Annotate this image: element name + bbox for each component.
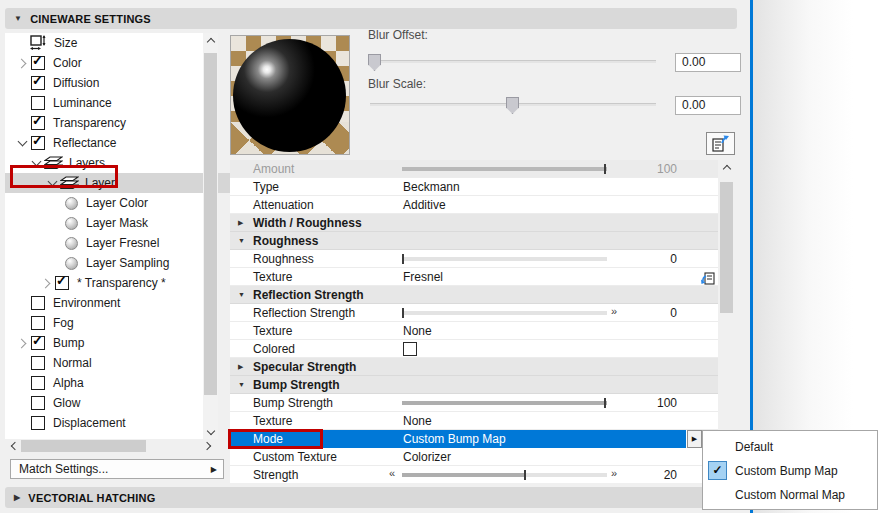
tree-item-label: Layer Mask	[86, 216, 148, 230]
group-specular-strength[interactable]: ▶ Specular Strength	[230, 358, 718, 376]
prop-value[interactable]: Custom Bump Map	[403, 432, 506, 446]
prop-value[interactable]: Beckmann	[403, 180, 460, 194]
group-collapsed-icon[interactable]: ▶	[238, 363, 243, 371]
prop-row-reflection-strength[interactable]: Reflection Strength » 0	[230, 304, 718, 322]
group-label: Roughness	[253, 234, 318, 248]
slider-extend-left-icon[interactable]: «	[389, 467, 393, 479]
prop-value[interactable]: Fresnel	[403, 270, 443, 284]
scroll-down-icon[interactable]	[203, 424, 218, 439]
amount-slider[interactable]	[402, 167, 607, 171]
group-expanded-icon[interactable]: ▼	[238, 381, 245, 388]
checkbox-unchecked-icon[interactable]	[31, 396, 45, 410]
prop-label: Texture	[253, 414, 292, 428]
checkbox-unchecked-icon[interactable]	[31, 356, 45, 370]
blur-offset-value-field[interactable]: 0.00	[675, 53, 741, 72]
group-roughness[interactable]: ▼ Roughness	[230, 232, 718, 250]
tree-item-normal[interactable]: Normal	[5, 353, 213, 373]
tree-item-fog[interactable]: Fog	[5, 313, 213, 333]
scroll-up-icon[interactable]	[718, 160, 735, 175]
tree-item-label: Size	[54, 36, 77, 50]
tree-item-size[interactable]: Size	[5, 33, 213, 53]
tree-item-luminance[interactable]: Luminance	[5, 93, 213, 113]
blur-offset-slider-track[interactable]	[370, 60, 656, 63]
mode-popup-button[interactable]: ▶	[687, 430, 702, 448]
checkbox-checked-icon[interactable]	[55, 276, 69, 290]
prop-label: Texture	[253, 270, 292, 284]
checkbox-unchecked-icon[interactable]	[31, 376, 45, 390]
scroll-left-icon[interactable]	[5, 439, 21, 454]
vectorial-hatching-header[interactable]: ▶ VECTORIAL HATCHING	[5, 487, 737, 508]
reflection-strength-slider[interactable]	[402, 311, 607, 315]
prop-value[interactable]: None	[403, 324, 432, 338]
prop-row-amount[interactable]: Amount 100	[230, 160, 718, 178]
checkbox-checked-icon[interactable]	[31, 76, 45, 90]
prop-row-texture-none-2[interactable]: Texture None	[230, 412, 718, 430]
menu-item-custom-bump-map[interactable]: ✓ Custom Bump Map	[703, 459, 877, 483]
tree-item-bump[interactable]: Bump	[5, 333, 213, 353]
roughness-slider[interactable]	[402, 257, 607, 261]
prop-label: Reflection Strength	[253, 306, 355, 320]
prop-row-bump-strength[interactable]: Bump Strength 100	[230, 394, 718, 412]
texture-link-icon[interactable]	[700, 270, 716, 285]
expand-chevron-icon[interactable]	[15, 56, 29, 70]
prop-row-attenuation[interactable]: Attenuation Additive	[230, 196, 718, 214]
checkbox-unchecked-icon[interactable]	[31, 316, 45, 330]
expand-chevron-icon[interactable]	[15, 136, 29, 150]
checkbox-checked-icon[interactable]	[31, 116, 45, 130]
prop-row-texture-fresnel[interactable]: Texture Fresnel	[230, 268, 718, 286]
group-expanded-icon[interactable]: ▼	[238, 237, 245, 244]
cineware-settings-header[interactable]: ▼ CINEWARE SETTINGS	[5, 8, 737, 29]
menu-item-default[interactable]: Default	[703, 435, 877, 459]
tree-item-environment[interactable]: Environment	[5, 293, 213, 313]
tree-vertical-scrollbar[interactable]	[203, 33, 218, 439]
checkbox-unchecked-icon[interactable]	[31, 96, 45, 110]
menu-item-custom-normal-map[interactable]: Custom Normal Map	[703, 483, 877, 507]
group-expanded-icon[interactable]: ▼	[238, 291, 245, 298]
tree-item-reflectance[interactable]: Reflectance	[5, 133, 213, 153]
tree-item-alpha[interactable]: Alpha	[5, 373, 213, 393]
prop-value: 0	[610, 306, 677, 320]
prop-row-texture-none-1[interactable]: Texture None	[230, 322, 718, 340]
prop-row-type[interactable]: Type Beckmann	[230, 178, 718, 196]
scrollbar-thumb[interactable]	[204, 53, 217, 395]
bump-strength-slider[interactable]	[402, 401, 607, 405]
group-collapsed-icon[interactable]: ▶	[238, 219, 243, 227]
checkbox-checked-icon[interactable]	[31, 136, 45, 150]
expand-chevron-icon[interactable]	[15, 336, 29, 350]
tree-item-glow[interactable]: Glow	[5, 393, 213, 413]
material-preview[interactable]	[230, 35, 350, 155]
prop-row-strength[interactable]: Strength « » 20	[230, 466, 718, 483]
checkbox-unchecked-icon[interactable]	[31, 296, 45, 310]
tree-item-color[interactable]: Color	[5, 53, 213, 73]
tree-horizontal-scrollbar[interactable]	[5, 439, 218, 453]
group-bump-strength[interactable]: ▼ Bump Strength	[230, 376, 718, 394]
checkbox-checked-icon[interactable]	[31, 336, 45, 350]
prop-value: 100	[610, 162, 677, 176]
blur-scale-slider-thumb[interactable]	[506, 97, 519, 114]
colored-checkbox-unchecked[interactable]	[403, 342, 417, 356]
prop-row-colored[interactable]: Colored	[230, 340, 718, 358]
tree-item-transparency[interactable]: Transparency	[5, 113, 213, 133]
scrollbar-thumb[interactable]	[720, 182, 733, 313]
prop-value[interactable]: Additive	[403, 198, 446, 212]
scroll-up-icon[interactable]	[203, 33, 218, 48]
blur-scale-value-field[interactable]: 0.00	[675, 96, 741, 115]
tree-item-displacement[interactable]: Displacement	[5, 413, 213, 433]
group-width-roughness[interactable]: ▶ Width / Roughness	[230, 214, 718, 232]
prop-row-roughness[interactable]: Roughness 0	[230, 250, 718, 268]
annotation-box-layer	[10, 165, 118, 188]
checkbox-checked-icon[interactable]	[31, 56, 45, 70]
expand-chevron-icon[interactable]	[39, 276, 53, 290]
scroll-right-icon[interactable]	[200, 439, 216, 454]
match-settings-button[interactable]: Match Settings... ▶	[10, 459, 224, 479]
copy-settings-button[interactable]	[706, 132, 735, 155]
checkbox-unchecked-icon[interactable]	[31, 416, 45, 430]
scrollbar-thumb[interactable]	[21, 440, 146, 452]
group-reflection-strength[interactable]: ▼ Reflection Strength	[230, 286, 718, 304]
blur-offset-slider-thumb[interactable]	[368, 54, 381, 71]
prop-value[interactable]: Colorizer	[403, 450, 451, 464]
tree-item-diffusion[interactable]: Diffusion	[5, 73, 213, 93]
prop-row-custom-texture[interactable]: Custom Texture Colorizer	[230, 448, 718, 466]
strength-slider[interactable]	[402, 473, 607, 477]
prop-value[interactable]: None	[403, 414, 432, 428]
